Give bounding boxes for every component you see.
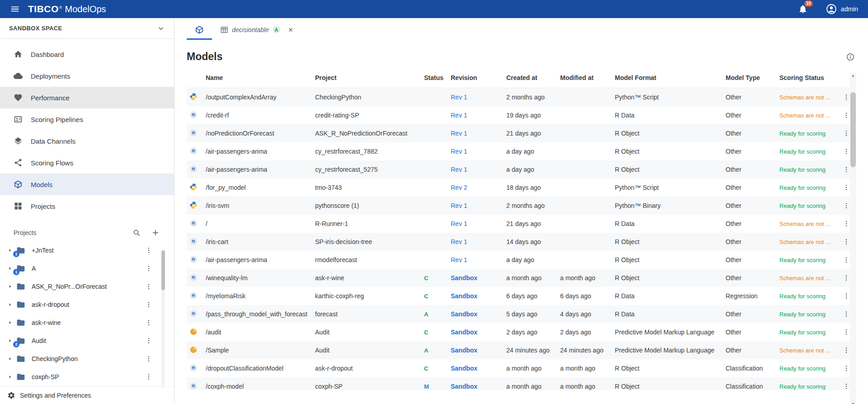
sidebar-item-dashboard[interactable]: Dashboard (0, 43, 174, 65)
project-item-ask-r-nopr-orforecast[interactable]: ASK_R_NoPr...OrForecast (0, 277, 174, 296)
table-row[interactable]: R/myelomaRiskkarthic-coxph-regCSandbox6 … (187, 287, 855, 305)
close-tab-icon[interactable] (288, 27, 294, 33)
kebab-icon[interactable] (145, 337, 152, 344)
revision-link[interactable]: Rev 1 (451, 238, 467, 245)
kebab-icon[interactable] (145, 265, 152, 272)
table-row[interactable]: R/dropoutClassificationModelask-r-dropou… (187, 359, 855, 377)
caret-right-icon[interactable] (7, 374, 13, 380)
project-item-coxph-sp[interactable]: coxph-SP (0, 368, 174, 386)
kebab-icon[interactable] (843, 256, 850, 263)
kebab-icon[interactable] (843, 220, 850, 227)
settings-and-preferences[interactable]: Settings and Preferences (0, 386, 174, 404)
sidebar-item-models[interactable]: Models (0, 174, 174, 195)
kebab-icon[interactable] (843, 94, 850, 101)
revision-link[interactable]: Sandbox (451, 329, 477, 336)
table-row[interactable]: /iris-svmpythonscore (1)Rev 12 months ag… (187, 197, 855, 215)
revision-link[interactable]: Sandbox (451, 383, 477, 390)
kebab-icon[interactable] (843, 166, 850, 173)
sidebar-item-scoring-pipelines[interactable]: Scoring Pipelines (0, 108, 174, 130)
table-row[interactable]: /SampleAuditASandbox24 minutes ago24 min… (187, 341, 855, 359)
table-row[interactable]: /outputComplexAndArrayCheckingPythonRev … (187, 88, 855, 106)
kebab-icon[interactable] (843, 130, 850, 137)
revision-link[interactable]: Rev 1 (451, 130, 467, 137)
kebab-icon[interactable] (843, 365, 850, 372)
project-item-audit[interactable]: 2Audit (0, 332, 174, 350)
project-item-jntest[interactable]: 1+JnTest (0, 241, 174, 259)
notifications-button[interactable]: 10 (798, 4, 808, 14)
table-scrollbar-thumb[interactable] (850, 92, 856, 167)
revision-link[interactable]: Sandbox (451, 292, 477, 300)
table-row[interactable]: R/iris-cartSP-iris-decision-treeRev 114 … (187, 233, 855, 251)
revision-link[interactable]: Rev 1 (451, 202, 467, 209)
table-row[interactable]: R/R-Runner-1Rev 121 days agoR DataOtherS… (187, 215, 855, 233)
kebab-icon[interactable] (843, 383, 850, 390)
project-item-ask-r-dropout[interactable]: ask-r-dropout (0, 296, 174, 314)
revision-link[interactable]: Rev 1 (451, 112, 467, 119)
table-row[interactable]: R/coxph-modelcoxph-SPMSandboxa month ago… (187, 377, 855, 390)
revision-link[interactable]: Rev 1 (451, 148, 467, 155)
kebab-icon[interactable] (145, 319, 152, 326)
caret-right-icon[interactable] (7, 248, 13, 253)
sidebar-item-data-channels[interactable]: Data Channels (0, 130, 174, 152)
kebab-icon[interactable] (843, 238, 850, 245)
search-icon[interactable] (132, 229, 141, 237)
table-row[interactable]: /for_py_modeltmo-3743Rev 218 days agoPyt… (187, 179, 855, 197)
revision-link[interactable]: Rev 1 (451, 256, 467, 263)
table-row[interactable]: R/credit-rfcredit-rating-SPRev 119 days … (187, 106, 855, 124)
revision-link[interactable]: Rev 1 (451, 220, 467, 227)
table-row[interactable]: R/winequality-lmask-r-wineCSandboxa mont… (187, 269, 855, 287)
revision-link[interactable]: Sandbox (451, 310, 477, 318)
sidebar-item-scoring-flows[interactable]: Scoring Flows (0, 152, 174, 174)
kebab-icon[interactable] (843, 310, 850, 318)
table-row[interactable]: R/air-passengers-arimacy_restrforecast_5… (187, 160, 855, 179)
table-row[interactable]: R/pass_through_model_with_forecastforeca… (187, 305, 855, 323)
caret-right-icon[interactable] (7, 266, 13, 271)
kebab-icon[interactable] (145, 301, 152, 308)
space-selector[interactable]: SANDBOX SPACE (0, 18, 174, 39)
caret-right-icon[interactable] (7, 302, 13, 307)
sidebar-item-deployments[interactable]: Deployments (0, 65, 174, 87)
add-project-button[interactable] (151, 229, 160, 237)
caret-right-icon[interactable] (7, 284, 13, 289)
menu-icon[interactable] (10, 4, 20, 14)
kebab-icon[interactable] (843, 347, 850, 354)
table-row[interactable]: /auditAuditCSandbox2 days ago2 days agoP… (187, 323, 855, 341)
table-row[interactable]: R/air-passengers-arimarmodelforecastRev … (187, 251, 855, 269)
project-item-ask-r-wine[interactable]: ask-r-wine (0, 314, 174, 332)
kebab-icon[interactable] (843, 292, 850, 300)
user-menu[interactable]: admin (826, 4, 858, 14)
kebab-icon[interactable] (843, 112, 850, 119)
caret-right-icon[interactable] (7, 338, 13, 343)
revision-link[interactable]: Rev 1 (451, 94, 467, 101)
sidebar-item-projects[interactable]: Projects (0, 195, 174, 217)
project-item-checkingpython[interactable]: CheckingPython (0, 350, 174, 368)
kebab-icon[interactable] (843, 274, 850, 282)
kebab-icon[interactable] (843, 329, 850, 336)
caret-right-icon[interactable] (7, 320, 13, 325)
table-scrollbar[interactable]: ▲ ▼ (850, 72, 856, 404)
scroll-down-arrow[interactable]: ▼ (850, 402, 856, 404)
info-icon[interactable] (846, 53, 854, 61)
table-row[interactable]: R/air-passengers-arimacy_restrforecast_7… (187, 142, 855, 160)
revision-link[interactable]: Sandbox (451, 274, 477, 282)
sidebar-scrollbar[interactable] (161, 249, 165, 388)
kebab-icon[interactable] (145, 373, 152, 381)
caret-right-icon[interactable] (7, 356, 13, 362)
revision-link[interactable]: Rev 2 (451, 184, 467, 191)
kebab-icon[interactable] (843, 148, 850, 155)
scroll-up-arrow[interactable]: ▲ (850, 74, 856, 78)
kebab-icon[interactable] (843, 184, 850, 191)
tab-decisiontable[interactable]: decisiontable A (212, 21, 302, 40)
kebab-icon[interactable] (145, 355, 152, 362)
revision-link[interactable]: Rev 1 (451, 166, 467, 173)
project-item-a[interactable]: 1A (0, 259, 174, 277)
kebab-icon[interactable] (145, 283, 152, 290)
table-row[interactable]: R/noPredictionOrForecastASK_R_NoPredicti… (187, 124, 855, 142)
sidebar-item-performance[interactable]: Performance (0, 87, 174, 108)
kebab-icon[interactable] (843, 202, 850, 209)
revision-link[interactable]: Sandbox (451, 365, 477, 372)
revision-link[interactable]: Sandbox (451, 347, 477, 354)
sidebar-scrollbar-thumb[interactable] (161, 250, 165, 290)
tab-models[interactable] (187, 21, 212, 40)
kebab-icon[interactable] (145, 247, 152, 254)
